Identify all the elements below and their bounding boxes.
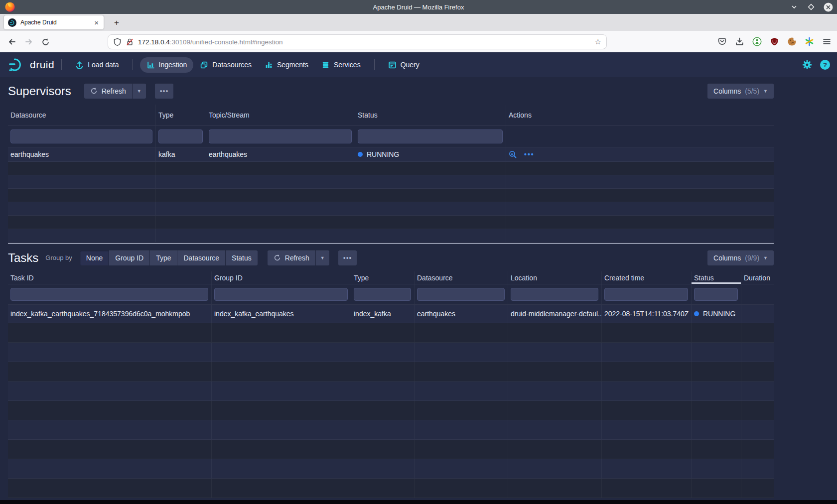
empty-row <box>8 343 774 362</box>
filter-datasource-input[interactable] <box>10 129 152 143</box>
menu-hamburger-icon[interactable] <box>821 36 832 47</box>
tasks-refresh-caret-button[interactable]: ▼ <box>316 251 329 265</box>
druid-logo[interactable]: druid <box>8 57 54 72</box>
url-bar[interactable]: 172.18.0.4:30109/unified-console.html#in… <box>108 34 607 49</box>
supervisors-title: Supervisors <box>8 84 71 98</box>
filter-datasource-input[interactable] <box>417 288 505 301</box>
col-header-status[interactable]: Status <box>355 105 506 125</box>
columns-label: Columns <box>713 254 741 262</box>
url-host: 172.18.0.4 <box>138 38 170 46</box>
tasks-table: Task ID Group ID Type Datasource Locatio… <box>8 271 774 498</box>
privacy-extension-icon[interactable] <box>751 36 762 47</box>
caret-down-icon: ▼ <box>763 89 768 94</box>
tasks-more-button[interactable]: ••• <box>338 251 357 265</box>
group-by-group-id-button[interactable]: Group ID <box>109 251 149 265</box>
filter-created-time-input[interactable] <box>604 288 688 301</box>
close-window-icon[interactable] <box>823 2 833 12</box>
col-header-group-id[interactable]: Group ID <box>212 271 351 284</box>
filter-status-input[interactable] <box>358 129 503 143</box>
nav-item-segments[interactable]: Segments <box>258 57 315 73</box>
maximize-icon[interactable] <box>806 2 816 12</box>
insecure-lock-icon[interactable] <box>126 38 134 46</box>
col-header-created-time[interactable]: Created time <box>602 271 692 284</box>
forward-icon[interactable] <box>23 36 34 47</box>
nav-item-load-data[interactable]: Load data <box>69 57 125 73</box>
filter-type-input[interactable] <box>354 288 411 301</box>
supervisors-columns-button[interactable]: Columns (5/5) ▼ <box>707 84 774 99</box>
task-created-time[interactable]: 2022-08-15T14:11:03.740Z <box>602 305 692 323</box>
minimize-icon[interactable] <box>789 2 799 12</box>
col-header-location[interactable]: Location <box>508 271 602 284</box>
task-type[interactable]: index_kafka <box>351 305 415 323</box>
empty-row <box>8 162 774 175</box>
refresh-icon <box>274 254 281 261</box>
col-header-topic-stream[interactable]: Topic/Stream <box>206 105 355 125</box>
refresh-icon <box>90 87 98 95</box>
shield-icon[interactable] <box>113 38 122 46</box>
back-icon[interactable] <box>6 36 17 47</box>
bookmark-star-icon[interactable]: ☆ <box>595 37 601 46</box>
task-row[interactable]: index_kafka_earthquakes_7184357396d6c0a_… <box>8 305 774 323</box>
help-icon[interactable]: ? <box>820 60 830 70</box>
tab-title: Apache Druid <box>20 19 93 26</box>
supervisor-status[interactable]: RUNNING <box>355 147 506 161</box>
supervisor-topic[interactable]: earthquakes <box>206 147 355 161</box>
col-header-status-sorted[interactable]: Status <box>692 271 741 284</box>
filter-type-input[interactable] <box>158 129 203 143</box>
caret-down-icon: ▼ <box>320 255 325 260</box>
task-id[interactable]: index_kafka_earthquakes_7184357396d6c0a_… <box>8 305 212 323</box>
supervisors-refresh-button[interactable]: Refresh <box>84 84 132 99</box>
filter-task-id-input[interactable] <box>10 288 208 301</box>
supervisors-refresh-caret-button[interactable]: ▼ <box>133 84 146 99</box>
view-details-icon[interactable] <box>509 150 517 159</box>
empty-row <box>8 420 774 440</box>
group-by-button-group: None Group ID Type Datasource Status <box>80 251 258 265</box>
task-status[interactable]: RUNNING <box>692 305 741 323</box>
new-tab-button[interactable]: + <box>111 17 123 29</box>
col-header-actions: Actions <box>506 105 774 125</box>
pocket-icon[interactable] <box>716 36 727 47</box>
ublock-icon[interactable] <box>769 36 780 47</box>
supervisor-datasource[interactable]: earthquakes <box>8 147 156 161</box>
col-header-type[interactable]: Type <box>156 105 206 125</box>
filter-topic-input[interactable] <box>209 129 352 143</box>
tasks-columns-button[interactable]: Columns (9/9) ▼ <box>707 251 774 265</box>
empty-row <box>8 440 774 459</box>
nav-item-services[interactable]: Services <box>315 57 367 73</box>
col-header-datasource[interactable]: Datasource <box>415 271 508 284</box>
nav-item-label: Ingestion <box>159 61 187 69</box>
load-data-icon <box>75 61 84 69</box>
druid-favicon <box>8 18 16 27</box>
col-header-type[interactable]: Type <box>351 271 415 284</box>
col-header-task-id[interactable]: Task ID <box>8 271 212 284</box>
filter-status-input[interactable] <box>694 288 738 301</box>
nav-item-query[interactable]: Query <box>382 57 426 73</box>
task-datasource[interactable]: earthquakes <box>415 305 508 323</box>
task-duration[interactable] <box>741 305 774 323</box>
downloads-icon[interactable] <box>734 36 745 47</box>
task-group-id[interactable]: index_kafka_earthquakes <box>212 305 351 323</box>
col-header-datasource[interactable]: Datasource <box>8 105 156 125</box>
filter-location-input[interactable] <box>511 288 598 301</box>
supervisors-more-button[interactable]: ••• <box>155 84 174 99</box>
group-by-status-button[interactable]: Status <box>226 251 258 265</box>
group-by-datasource-button[interactable]: Datasource <box>177 251 225 265</box>
cookie-extension-icon[interactable] <box>786 36 797 47</box>
supervisor-type[interactable]: kafka <box>156 147 206 161</box>
col-header-duration[interactable]: Duration <box>741 271 774 284</box>
nav-item-ingestion[interactable]: Ingestion <box>140 57 194 73</box>
supervisor-row[interactable]: earthquakes kafka earthquakes RUNNING ••… <box>8 147 774 162</box>
tasks-refresh-button[interactable]: Refresh <box>268 251 315 265</box>
group-by-type-button[interactable]: Type <box>150 251 177 265</box>
spark-extension-icon[interactable] <box>804 36 815 47</box>
nav-item-datasources[interactable]: Datasources <box>193 57 258 73</box>
group-by-none-button[interactable]: None <box>80 251 109 265</box>
tab-close-icon[interactable]: × <box>93 18 100 27</box>
filter-group-id-input[interactable] <box>214 288 348 301</box>
gear-icon[interactable] <box>802 60 812 70</box>
reload-icon[interactable] <box>40 36 51 47</box>
row-more-icon[interactable]: ••• <box>524 150 535 158</box>
browser-tab[interactable]: Apache Druid × <box>4 15 104 29</box>
supervisors-header-row: Datasource Type Topic/Stream Status Acti… <box>8 105 774 126</box>
task-location[interactable]: druid-middlemanager-defaul... <box>508 305 602 323</box>
